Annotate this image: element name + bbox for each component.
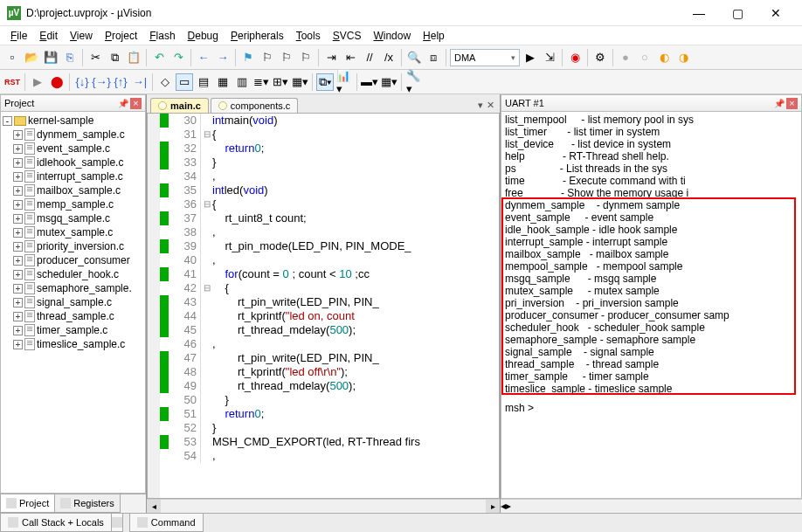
maximize-button[interactable]: ▢	[718, 0, 757, 26]
stop-icon[interactable]: ⬤	[48, 73, 66, 91]
menu-project[interactable]: Project	[100, 28, 142, 44]
tree-item[interactable]: +thread_sample.c	[1, 309, 145, 323]
uart-terminal[interactable]: list_mempool - list memory pool in sysli…	[501, 112, 802, 499]
tree-item[interactable]: +idlehook_sample.c	[1, 155, 145, 169]
menu-window[interactable]: Window	[368, 28, 416, 44]
tab-extra[interactable]	[111, 514, 123, 532]
comment-icon[interactable]: //	[361, 49, 378, 66]
indent-icon[interactable]: ⇥	[322, 49, 340, 66]
tree-item[interactable]: +timer_sample.c	[1, 323, 145, 337]
tree-item[interactable]: +priority_inversion.c	[1, 239, 145, 253]
app-icon: µV	[7, 6, 21, 20]
disassembly-icon[interactable]: ▤	[195, 73, 212, 91]
menu-file[interactable]: File	[5, 28, 32, 44]
find-icon[interactable]: 🔍	[405, 49, 423, 66]
breakpoint-list-icon[interactable]: ◑	[674, 49, 692, 66]
tree-item[interactable]: +msgq_sample.c	[1, 211, 145, 225]
serial-icon[interactable]: ⧉▾	[316, 73, 334, 91]
redo-icon[interactable]: ↷	[169, 49, 187, 66]
registers-icon[interactable]: ▥	[233, 73, 251, 91]
tab-command[interactable]: Command	[129, 514, 204, 532]
tree-item[interactable]: +memp_sample.c	[1, 197, 145, 211]
reset-icon[interactable]: RST	[3, 73, 21, 91]
debug-start-icon[interactable]: ◉	[566, 49, 584, 66]
watch-icon[interactable]: ⊞▾	[272, 73, 289, 91]
memory-icon[interactable]: ▦▾	[291, 73, 308, 91]
menu-peripherals[interactable]: Peripherals	[225, 28, 289, 44]
find-combo[interactable]: DMA▾	[450, 49, 520, 66]
system-icon[interactable]: ▦▾	[380, 73, 398, 91]
new-file-icon[interactable]: ▫	[3, 49, 21, 66]
tree-item[interactable]: +mailbox_sample.c	[1, 183, 145, 197]
find-next-icon[interactable]: ▶	[522, 49, 539, 66]
tree-item[interactable]: +dynmem_sample.c	[1, 128, 145, 142]
nav-forward-icon[interactable]: →	[214, 49, 232, 66]
show-next-icon[interactable]: ◇	[156, 73, 174, 91]
menu-help[interactable]: Help	[418, 28, 450, 44]
menu-flash[interactable]: Flash	[144, 28, 180, 44]
tab-callstack-locals[interactable]: Call Stack + Locals	[0, 514, 112, 532]
callstack-icon[interactable]: ≣▾	[252, 73, 270, 91]
uncomment-icon[interactable]: /x	[380, 49, 398, 66]
tab-close-icon[interactable]: ✕	[487, 100, 494, 111]
bookmark-next-icon[interactable]: ⚐	[278, 49, 295, 66]
bookmark-clear-icon[interactable]: ⚐	[297, 49, 315, 66]
open-file-icon[interactable]: 📂	[23, 49, 40, 66]
minimize-button[interactable]: —	[680, 0, 718, 26]
save-all-icon[interactable]: ⎘	[61, 49, 79, 66]
undo-icon[interactable]: ↶	[150, 49, 168, 66]
tab-registers[interactable]: Registers	[54, 494, 120, 513]
command-window-icon[interactable]: ▭	[176, 73, 193, 91]
uart-hscroll[interactable]: ◂▸	[501, 499, 802, 513]
cut-icon[interactable]: ✂	[86, 49, 104, 66]
tab-menu-icon[interactable]: ▾	[478, 100, 483, 111]
close-button[interactable]: ✕	[757, 0, 795, 26]
breakpoint-kill-icon[interactable]: ◐	[655, 49, 673, 66]
editor-tab-main-c[interactable]: main.c	[150, 98, 209, 113]
copy-icon[interactable]: ⧉	[106, 49, 123, 66]
configure-icon[interactable]: ⚙	[591, 49, 609, 66]
save-icon[interactable]: 💾	[42, 49, 59, 66]
bookmark-prev-icon[interactable]: ⚐	[259, 49, 276, 66]
paste-icon[interactable]: 📋	[125, 49, 142, 66]
bookmark-icon[interactable]: ⚑	[239, 49, 257, 66]
menu-tools[interactable]: Tools	[291, 28, 326, 44]
step-out-icon[interactable]: {↑}	[112, 73, 129, 91]
tree-item[interactable]: +semaphore_sample.	[1, 281, 145, 295]
close-icon[interactable]: ×	[786, 98, 798, 109]
menu-debug[interactable]: Debug	[183, 28, 224, 44]
close-icon[interactable]: ×	[130, 98, 142, 109]
incremental-find-icon[interactable]: ⇲	[541, 49, 558, 66]
trace-icon[interactable]: ▬▾	[361, 73, 378, 91]
outdent-icon[interactable]: ⇤	[342, 49, 359, 66]
tab-project[interactable]: Project	[0, 494, 55, 513]
step-into-icon[interactable]: {↓}	[73, 73, 91, 91]
tree-item[interactable]: +timeslice_sample.c	[1, 337, 145, 351]
breakpoint-disable-icon[interactable]: ○	[636, 49, 653, 66]
nav-back-icon[interactable]: ←	[195, 49, 212, 66]
toolbox-icon[interactable]: 🔧▾	[405, 73, 423, 91]
step-over-icon[interactable]: {→}	[93, 73, 110, 91]
code-editor[interactable]: 3031323334353637383940414243444546474849…	[147, 114, 500, 499]
tree-item[interactable]: +interrupt_sample.c	[1, 169, 145, 183]
editor-tab-components-c[interactable]: components.c	[211, 98, 298, 113]
pin-icon[interactable]: 📌	[774, 99, 785, 108]
project-tree[interactable]: -kernel-sample+dynmem_sample.c+event_sam…	[0, 112, 146, 494]
run-to-cursor-icon[interactable]: →|	[131, 73, 149, 91]
menu-edit[interactable]: Edit	[34, 28, 63, 44]
pin-icon[interactable]: 📌	[118, 99, 128, 108]
tree-item[interactable]: +signal_sample.c	[1, 295, 145, 309]
analysis-icon[interactable]: 📊▾	[335, 73, 353, 91]
editor-hscroll[interactable]: ◂▸	[147, 499, 500, 513]
find-in-files-icon[interactable]: ⧈	[425, 49, 442, 66]
tree-item[interactable]: +event_sample.c	[1, 142, 145, 155]
menu-view[interactable]: View	[65, 28, 98, 44]
symbols-icon[interactable]: ▦	[214, 73, 232, 91]
breakpoint-icon[interactable]: ●	[617, 49, 634, 66]
tree-item[interactable]: +producer_consumer	[1, 253, 145, 267]
tree-item[interactable]: +scheduler_hook.c	[1, 267, 145, 281]
uart-panel: UART #1 📌 × list_mempool - list memory p…	[501, 94, 802, 513]
menu-svcs[interactable]: SVCS	[328, 28, 367, 44]
tree-item[interactable]: +mutex_sample.c	[1, 225, 145, 239]
run-icon[interactable]: ▶	[29, 73, 46, 91]
